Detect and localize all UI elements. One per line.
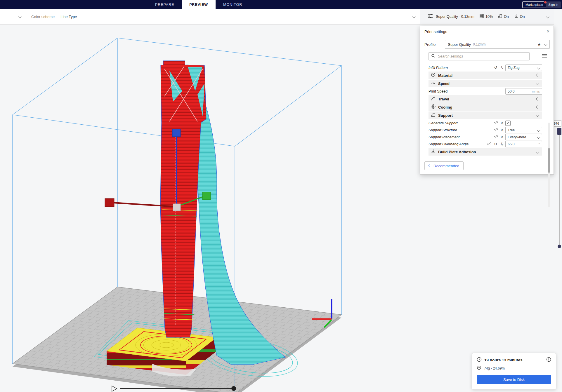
setting-row-support-structure: Support Structure ↺ Tree: [429, 127, 542, 133]
link-icon[interactable]: [486, 142, 492, 147]
category-support[interactable]: Support: [429, 111, 542, 119]
chevron-down-icon: [18, 15, 21, 18]
gizmo-x-handle[interactable]: [105, 198, 114, 207]
setting-label: Generate Support: [429, 121, 492, 125]
category-label: Speed: [438, 81, 536, 86]
category-label: Cooling: [438, 105, 536, 109]
marketplace-label: Marketplace: [525, 3, 543, 6]
cura-window: PREPARE PREVIEW MONITOR Marketplace Sign…: [0, 0, 562, 392]
print-settings-summary[interactable]: Super Quality - 0.12mm 10% On On: [420, 9, 554, 25]
summary-adhesion: On: [520, 15, 525, 19]
layer-slider-bottom-handle[interactable]: [558, 245, 561, 248]
link-icon[interactable]: [492, 135, 499, 140]
application-header: PREPARE PREVIEW MONITOR Marketplace Sign…: [0, 0, 562, 9]
info-icon[interactable]: [546, 357, 551, 363]
category-build-plate-adhesion[interactable]: Build Plate Adhesion: [429, 148, 542, 156]
revert-icon[interactable]: ↺: [499, 121, 505, 125]
profile-row: Profile Super Quality 0.12mm ★: [420, 37, 554, 50]
marketplace-button[interactable]: Marketplace: [522, 1, 546, 8]
gizmo-z-handle[interactable]: [172, 129, 181, 137]
checkmark-icon: ✓: [507, 121, 509, 125]
category-travel[interactable]: Travel: [429, 95, 542, 103]
revert-icon[interactable]: ↺: [492, 65, 499, 70]
travel-icon: [431, 96, 436, 102]
layer-slider-top-handle[interactable]: [557, 128, 561, 135]
recommended-mode-button[interactable]: Recommended: [424, 161, 464, 170]
tab-monitor[interactable]: MONITOR: [216, 0, 250, 9]
play-button[interactable]: [112, 386, 117, 391]
color-scheme-label: Color scheme: [31, 15, 55, 19]
link-icon[interactable]: [492, 128, 499, 133]
material-icon: [431, 72, 436, 78]
search-input[interactable]: [437, 54, 527, 59]
setting-label: Support Overhang Angle: [429, 142, 486, 146]
print-time: 19 hours 13 minutes: [484, 358, 546, 362]
profile-sliders-icon: [428, 14, 433, 20]
panel-scrollbar-thumb[interactable]: [548, 148, 550, 173]
chevron-left-icon: [536, 74, 539, 77]
cooling-icon: [431, 104, 436, 110]
tab-preview[interactable]: PREVIEW: [182, 0, 216, 9]
revert-icon[interactable]: ↺: [499, 128, 505, 132]
setting-row-print-speed: Print Speed 50.0 mm/s: [429, 88, 542, 95]
generate-support-checkbox[interactable]: ✓: [505, 121, 511, 126]
settings-list: Infill Pattern ↺ fx Zig Zag Material: [420, 63, 554, 158]
chevron-left-icon: [428, 164, 431, 167]
category-cooling[interactable]: Cooling: [429, 103, 542, 111]
close-icon[interactable]: ×: [547, 29, 549, 34]
print-job-card: 19 hours 13 minutes 74g · 24.69m Save to…: [472, 353, 556, 390]
category-label: Build Plate Adhesion: [438, 150, 536, 154]
setting-row-support-overhang-angle: Support Overhang Angle ↺ fx 65.0 °: [429, 141, 542, 147]
clock-icon: [477, 357, 482, 363]
chevron-down-icon: [537, 128, 540, 132]
link-icon[interactable]: [492, 121, 499, 126]
summary-expand-chevron[interactable]: [546, 15, 549, 18]
sign-in-button[interactable]: Sign in: [546, 1, 561, 8]
category-label: Material: [438, 73, 536, 78]
profile-dropdown-chevron: [544, 43, 547, 46]
sign-in-label: Sign in: [548, 3, 558, 6]
stage-tabs: PREPARE PREVIEW MONITOR: [148, 0, 250, 9]
print-speed-input[interactable]: 50.0 mm/s: [505, 88, 542, 95]
star-icon: ★: [537, 42, 541, 47]
profile-dropdown[interactable]: Super Quality 0.12mm ★: [445, 40, 550, 49]
summary-infill: 10%: [485, 15, 493, 19]
revert-icon[interactable]: ↺: [492, 142, 499, 146]
dropdown-value: Tree: [508, 128, 515, 132]
infill-pattern-dropdown[interactable]: Zig Zag: [505, 65, 542, 71]
profile-detail: 0.12mm: [473, 42, 485, 46]
adhesion-icon: [514, 14, 518, 19]
recommended-label: Recommended: [433, 164, 459, 168]
chevron-down-icon: [537, 135, 540, 139]
setting-label: Support Structure: [429, 128, 492, 132]
support-overhang-angle-input[interactable]: 65.0 °: [505, 141, 542, 147]
chevron-left-icon: [536, 97, 539, 100]
setting-row-generate-support: Generate Support ↺ ✓: [429, 120, 542, 126]
function-icon[interactable]: fx: [499, 142, 505, 146]
gizmo-center-handle[interactable]: [173, 204, 181, 211]
save-to-disk-button[interactable]: Save to Disk: [477, 375, 551, 384]
summary-profile: Super Quality - 0.12mm: [436, 15, 474, 19]
chevron-down-icon: [536, 82, 539, 85]
chevron-down-icon: [536, 150, 539, 153]
setting-label: Print Speed: [429, 89, 505, 93]
menu-icon[interactable]: [542, 54, 547, 59]
category-speed[interactable]: Speed: [429, 80, 542, 87]
support-structure-dropdown[interactable]: Tree: [505, 127, 542, 133]
settings-search-box[interactable]: [429, 52, 530, 60]
profile-value: Super Quality: [448, 42, 471, 47]
color-scheme-dropdown-chevron[interactable]: [412, 15, 415, 18]
support-category-icon: [431, 112, 436, 118]
playback-slider-handle[interactable]: [231, 386, 236, 391]
support-placement-dropdown[interactable]: Everywhere: [505, 134, 542, 140]
layer-slider-track[interactable]: [559, 128, 560, 248]
input-unit: mm/s: [532, 90, 540, 93]
gizmo-y-handle[interactable]: [202, 192, 211, 200]
search-icon: [431, 54, 435, 59]
category-material[interactable]: Material: [429, 72, 542, 79]
chevron-left-icon: [536, 105, 539, 109]
revert-icon[interactable]: ↺: [499, 135, 505, 139]
tab-prepare[interactable]: PREPARE: [148, 0, 182, 9]
function-icon[interactable]: fx: [499, 65, 505, 70]
object-list-toggle[interactable]: [0, 9, 27, 24]
